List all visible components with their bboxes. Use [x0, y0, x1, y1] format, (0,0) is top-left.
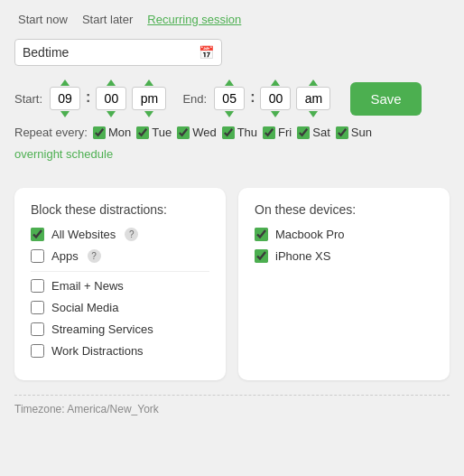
block-checkbox-5[interactable] [31, 344, 44, 358]
tab-row: Start now Start later Recurring session [14, 11, 450, 28]
start-minute-down-arrow[interactable] [107, 111, 116, 117]
day-checkbox-tue[interactable] [136, 126, 149, 139]
start-minute-wrapper [96, 79, 126, 118]
end-ampm-up-arrow[interactable] [309, 79, 318, 86]
start-hour-input[interactable] [50, 87, 80, 110]
block-item-4: Streaming Services [31, 322, 209, 336]
overnight-link-wrapper: overnight schedule [14, 146, 450, 175]
calendar-icon: 📅 [199, 45, 214, 60]
device-item-1: iPhone XS [255, 249, 433, 263]
device-label-0: Macbook Pro [275, 228, 345, 241]
block-item-1: Apps? [31, 249, 209, 263]
day-label-wed: Wed [192, 126, 217, 139]
day-item-mon: Mon [93, 126, 131, 139]
start-hour-wrapper [50, 79, 80, 118]
day-checkbox-sat[interactable] [297, 126, 310, 139]
end-minute-input[interactable] [260, 87, 291, 110]
repeat-label: Repeat every: [14, 126, 88, 139]
block-label-0: All Websites [51, 228, 116, 241]
block-item-3: Social Media [31, 301, 209, 314]
end-colon: : [250, 89, 255, 107]
end-label: End: [182, 92, 207, 106]
day-item-sat: Sat [297, 126, 330, 139]
day-item-sun: Sun [336, 126, 372, 139]
block-checkbox-0[interactable] [31, 228, 44, 241]
end-ampm-input[interactable] [296, 87, 330, 110]
start-ampm-wrapper [132, 79, 166, 118]
day-label-tue: Tue [152, 126, 172, 139]
end-hour-up-arrow[interactable] [225, 79, 234, 86]
time-section: Start: : End: : Save [14, 79, 450, 118]
help-badge-0[interactable]: ? [125, 228, 138, 241]
block-item-2: Email + News [31, 279, 209, 293]
devices-items-container: Macbook ProiPhone XS [255, 228, 433, 263]
day-label-fri: Fri [278, 126, 292, 139]
start-minute-input[interactable] [96, 87, 126, 110]
end-hour-input[interactable] [214, 87, 245, 110]
timezone-text: Timezone: America/New_York [14, 403, 159, 415]
block-checkbox-1[interactable] [31, 249, 44, 263]
device-checkbox-0[interactable] [255, 228, 268, 241]
start-hour-down-arrow[interactable] [60, 111, 70, 117]
day-label-sat: Sat [312, 126, 330, 139]
block-items-container: All Websites?Apps?Email + NewsSocial Med… [31, 228, 209, 358]
day-checkbox-wed[interactable] [177, 126, 190, 139]
end-minute-down-arrow[interactable] [271, 111, 280, 117]
block-checkbox-2[interactable] [31, 279, 44, 293]
timezone-row: Timezone: America/New_York [14, 395, 450, 415]
tab-recurring[interactable]: Recurring session [144, 11, 245, 28]
day-label-sun: Sun [351, 126, 372, 139]
day-item-fri: Fri [263, 126, 292, 139]
end-minute-wrapper [260, 79, 291, 118]
tab-start-now[interactable]: Start now [14, 11, 71, 28]
block-distractions-card: Block these distractions: All Websites?A… [14, 188, 226, 380]
cards-row: Block these distractions: All Websites?A… [14, 188, 450, 380]
help-badge-1[interactable]: ? [88, 249, 101, 263]
block-item-5: Work Distractions [31, 344, 209, 358]
day-checkbox-thu[interactable] [222, 126, 235, 139]
block-item-0: All Websites? [31, 228, 209, 241]
devices-card-title: On these devices: [255, 202, 433, 217]
end-ampm-wrapper [296, 79, 330, 118]
start-ampm-up-arrow[interactable] [144, 79, 153, 86]
device-item-0: Macbook Pro [255, 228, 433, 241]
day-checkbox-sun[interactable] [336, 126, 348, 139]
block-card-title: Block these distractions: [31, 202, 209, 217]
day-item-tue: Tue [136, 126, 172, 139]
name-input-wrapper: 📅 [14, 39, 222, 66]
days-container: MonTueWedThuFriSatSun [93, 126, 372, 139]
day-item-wed: Wed [177, 126, 217, 139]
start-colon: : [86, 89, 90, 107]
session-name-input[interactable] [23, 45, 194, 60]
block-label-3: Social Media [51, 301, 118, 314]
end-minute-up-arrow[interactable] [271, 79, 280, 86]
day-label-mon: Mon [108, 126, 131, 139]
end-hour-wrapper [214, 79, 245, 118]
tab-start-later[interactable]: Start later [79, 11, 136, 28]
repeat-row: Repeat every: MonTueWedThuFriSatSun [14, 126, 450, 139]
block-checkbox-3[interactable] [31, 301, 44, 314]
device-checkbox-1[interactable] [255, 249, 268, 263]
save-button[interactable]: Save [350, 82, 421, 116]
day-label-thu: Thu [237, 126, 257, 139]
day-item-thu: Thu [222, 126, 257, 139]
block-label-2: Email + News [51, 279, 124, 293]
start-hour-up-arrow[interactable] [60, 79, 70, 86]
day-checkbox-mon[interactable] [93, 126, 106, 139]
end-ampm-down-arrow[interactable] [309, 111, 318, 117]
start-minute-up-arrow[interactable] [107, 79, 116, 86]
overnight-link[interactable]: overnight schedule [14, 147, 113, 161]
start-label: Start: [14, 92, 42, 106]
start-ampm-down-arrow[interactable] [144, 111, 153, 117]
end-hour-down-arrow[interactable] [225, 111, 234, 117]
block-checkbox-4[interactable] [31, 322, 44, 336]
device-label-1: iPhone XS [275, 249, 330, 263]
name-row: 📅 [14, 39, 450, 66]
block-label-1: Apps [51, 249, 79, 263]
block-label-5: Work Distractions [51, 344, 144, 358]
day-checkbox-fri[interactable] [263, 126, 275, 139]
start-ampm-input[interactable] [132, 87, 166, 110]
devices-card: On these devices: Macbook ProiPhone XS [238, 188, 450, 380]
block-label-4: Streaming Services [51, 322, 153, 336]
